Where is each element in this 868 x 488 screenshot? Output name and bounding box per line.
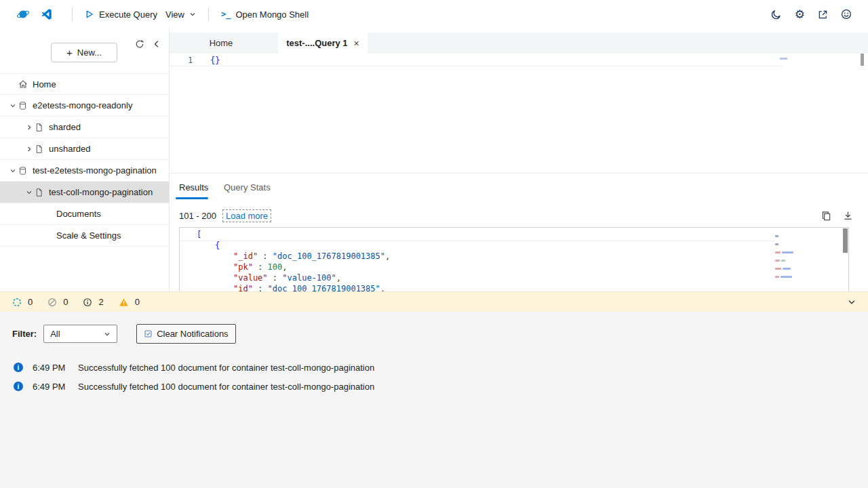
sidebar-tree: Homee2etests-mongo-readonlyshardedunshar… [0,73,169,247]
json-line: "id" : "doc_100_1767819001385", [180,283,848,291]
editor-scrollbar[interactable] [861,54,864,66]
notification-message: Successfully fetched 100 document for co… [78,363,374,373]
sidebar-tools [135,39,161,49]
minimap-line [775,256,798,264]
divider [208,7,209,21]
gear-icon[interactable]: ⚙ [795,9,805,20]
chevron-down-icon[interactable] [23,189,35,196]
info-icon: i [14,382,23,391]
active-tab-indicator [176,197,208,199]
current-line-highlight [180,241,774,241]
load-more-link[interactable]: Load more [222,209,271,222]
in-progress-count: 0 [28,297,33,307]
editor-code[interactable]: {} [210,56,220,65]
collapse-sidebar-icon[interactable] [153,40,161,48]
play-icon [85,9,94,19]
results-tab-bar: Results Query Stats [170,173,868,204]
refresh-icon[interactable] [135,39,144,49]
status-info[interactable]: 2 [83,297,103,307]
tab-strip: Home test-....Query 1 × [170,33,868,53]
tab-query[interactable]: test-....Query 1 × [278,33,368,54]
editor-minimap [780,58,787,60]
notification-time: 6:49 PM [33,363,70,373]
status-warning[interactable]: 0 [119,297,140,307]
results-actions [821,211,868,221]
tree-item-home[interactable]: Home [0,73,169,95]
open-mongo-shell-label: Open Mongo Shell [235,9,309,20]
moon-icon[interactable] [771,9,782,20]
sidebar: + New... Homee2etests-mongo-readonlyshar… [0,28,170,291]
status-in-progress[interactable]: 0 [12,297,33,307]
warning-count: 0 [135,297,140,307]
tree-item-documents[interactable]: Documents [0,203,169,225]
filter-dropdown-value: All [50,329,60,339]
filter-dropdown[interactable]: All [43,325,117,343]
clear-notifications-label: Clear Notifications [157,329,229,339]
tab-home[interactable]: Home [194,33,248,53]
tab-results[interactable]: Results [179,182,208,192]
chevron-right-icon[interactable] [23,146,35,152]
notification-item: i6:49 PMSuccessfully fetched 100 documen… [14,358,868,377]
clear-notifications-button[interactable]: Clear Notifications [136,324,236,344]
tree-item-sharded[interactable]: sharded [0,117,169,138]
tree-item-unsharded[interactable]: unsharded [0,138,169,160]
notification-status-bar[interactable]: 0 0 2 0 [0,291,868,312]
query-editor[interactable]: 1 {} [170,53,868,173]
results-json: [{"_id" : "doc_100_1767819001385","pk" :… [180,228,848,291]
notification-time: 6:49 PM [33,382,70,392]
results-scrollbar[interactable] [843,228,848,253]
notification-message: Successfully fetched 100 document for co… [78,382,374,392]
tab-query-stats[interactable]: Query Stats [224,182,271,192]
json-line: "value" : "value-100", [180,272,848,283]
database-icon [18,101,31,110]
download-icon[interactable] [843,211,853,221]
tree-item-label: test-coll-mongo-pagination [47,187,153,197]
tree-item-e2etests-mongo-readonly[interactable]: e2etests-mongo-readonly [0,95,169,117]
close-icon[interactable]: × [354,38,359,49]
json-line: [ [180,229,848,240]
execute-query-button[interactable]: Execute Query [85,9,157,20]
current-line-highlight [170,53,783,66]
tree-item-label: unsharded [47,144,90,154]
database-icon [18,166,31,176]
copy-icon[interactable] [821,211,831,221]
open-in-new-tab-icon[interactable] [818,9,828,20]
json-line: "_id" : "doc_100_1767819001385", [180,251,848,262]
tree-item-scale-settings[interactable]: Scale & Settings [0,225,169,247]
results-toolbar: 101 - 200 Load more [170,204,868,227]
json-line: { [180,240,848,251]
chevron-down-icon[interactable] [7,167,18,174]
open-mongo-shell-button[interactable]: >_ Open Mongo Shell [221,9,309,20]
vscode-icon[interactable] [41,8,53,20]
notification-item: i6:49 PMSuccessfully fetched 100 documen… [14,377,868,396]
status-cancelled[interactable]: 0 [47,297,68,307]
tree-item-label: Home [31,79,56,89]
feedback-smiley-icon[interactable] [841,9,852,20]
json-line: "pk" : 100, [180,262,848,272]
topbar: Execute Query View >_ Open Mongo Shell ⚙ [0,0,868,28]
new-button[interactable]: + New... [51,43,117,62]
collapse-panel-chevron-icon[interactable] [848,298,868,306]
tree-item-test-coll-mongo-pagination[interactable]: test-coll-mongo-pagination [0,182,169,203]
new-button-label: New... [77,47,102,58]
view-menu-label: View [165,9,184,20]
tree-item-label: Documents [55,209,101,219]
info-count: 2 [98,297,103,307]
tab-query-label: test-....Query 1 [286,38,347,48]
divider [72,7,73,21]
notifications-filter-row: Filter: All Clear Notifications [0,324,868,344]
results-json-viewer[interactable]: [{"_id" : "doc_100_1767819001385","pk" :… [179,227,849,291]
chevron-down-icon[interactable] [7,102,18,109]
collection-icon [35,123,47,132]
home-icon [18,79,31,89]
tree-item-test-e2etests-mongo-pagination[interactable]: test-e2etests-mongo-pagination [0,160,169,182]
cosmos-db-logo-icon[interactable] [16,7,30,21]
execute-query-label: Execute Query [99,9,157,20]
view-menu-button[interactable]: View [165,9,196,20]
line-number: 1 [188,56,193,65]
tree-item-label: Scale & Settings [55,230,121,241]
info-icon [83,298,92,307]
result-range: 101 - 200 [179,211,216,221]
chevron-right-icon[interactable] [23,124,35,131]
cancelled-icon [47,298,57,307]
